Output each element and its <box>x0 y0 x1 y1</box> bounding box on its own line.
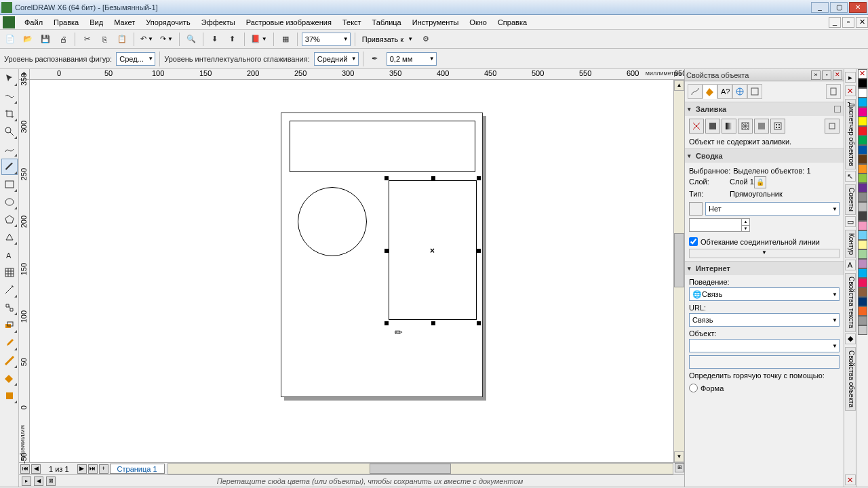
crop-tool[interactable] <box>1 106 18 122</box>
smart-smooth-combo[interactable]: Средний▼ <box>314 52 359 66</box>
color-swatch[interactable] <box>858 145 867 155</box>
color-swatch[interactable] <box>858 221 867 230</box>
internet-tab[interactable] <box>732 84 747 99</box>
interactive-fill-tool[interactable] <box>1 388 18 404</box>
color-swatch[interactable] <box>858 136 867 145</box>
drawn-ellipse[interactable] <box>298 187 367 256</box>
color-swatch[interactable] <box>858 325 867 335</box>
drawn-rectangle-top[interactable] <box>290 121 475 172</box>
cut-button[interactable]: ✂ <box>79 32 94 47</box>
palette-menu-button[interactable]: ▸ <box>22 476 31 486</box>
print-button[interactable]: 🖨 <box>56 32 71 47</box>
outline-width-combo[interactable]: 0,2 мм▼ <box>387 52 437 66</box>
scroll-thumb[interactable] <box>674 233 684 287</box>
vtab-icon-2[interactable]: ▭ <box>845 216 856 227</box>
vtab-icon-4[interactable]: ◆ <box>845 333 856 344</box>
open-button[interactable]: 📂 <box>20 32 35 47</box>
horizontal-scrollbar[interactable] <box>167 463 673 474</box>
frame-tab[interactable] <box>747 84 762 99</box>
menu-arrange[interactable]: Упорядочить <box>140 16 195 28</box>
vertical-ruler[interactable]: миллиметры 350300250200150100500-50 <box>19 80 30 462</box>
selection-handle[interactable] <box>431 176 435 180</box>
menu-text[interactable]: Текст <box>337 16 367 28</box>
fill-section-header[interactable]: ▾Заливка <box>685 102 844 116</box>
new-button[interactable]: 📄 <box>3 32 18 47</box>
pick-tool[interactable] <box>1 70 18 87</box>
color-swatch[interactable] <box>858 268 867 278</box>
menu-window[interactable]: Окно <box>464 16 492 28</box>
vtab-outline[interactable]: Контур <box>845 230 856 258</box>
url-combo[interactable]: Связь▼ <box>689 313 840 327</box>
last-page-button[interactable]: ⏭ <box>88 464 98 474</box>
character-tab[interactable]: A? <box>717 84 732 99</box>
summary-section-header[interactable]: ▾Сводка <box>685 149 844 163</box>
selection-handle[interactable] <box>384 321 389 325</box>
scroll-up-button[interactable]: ▲ <box>674 80 684 91</box>
page-tab[interactable]: Страница 1 <box>110 464 165 474</box>
app-launcher-button[interactable]: ▦ <box>278 32 293 47</box>
navigator-button[interactable]: ⊞ <box>675 463 684 472</box>
pattern-fill-button[interactable] <box>738 119 753 134</box>
first-page-button[interactable]: ⏮ <box>20 464 30 474</box>
color-swatch[interactable] <box>858 211 867 221</box>
color-swatch[interactable] <box>858 126 867 136</box>
drawing-canvas[interactable]: × ✎ <box>30 80 673 462</box>
freehand-tool[interactable] <box>1 141 18 157</box>
eyedropper-tool[interactable] <box>1 335 18 351</box>
behavior-combo[interactable]: 🌐 Связь▼ <box>689 287 840 301</box>
app-logo[interactable] <box>3 16 15 28</box>
lock-scroll-button[interactable] <box>826 84 841 99</box>
menu-view[interactable]: Вид <box>84 16 108 28</box>
docker-close-button[interactable]: ✕ <box>833 70 842 80</box>
doc-minimize-button[interactable]: _ <box>829 17 841 28</box>
horizontal-ruler[interactable]: ✥ -5005010015020025030035040045050055060… <box>19 69 684 80</box>
fountain-fill-button[interactable] <box>722 119 736 134</box>
shape-recog-combo[interactable]: Сред...▼ <box>116 52 155 66</box>
snap-to-dropdown[interactable]: Привязать к▼ <box>359 32 416 47</box>
zoom-level-combo[interactable]: 37%▼ <box>302 33 351 46</box>
color-swatch[interactable] <box>858 88 867 98</box>
hotspot-shape-radio[interactable] <box>689 384 698 392</box>
color-swatch[interactable] <box>858 240 867 249</box>
menu-help[interactable]: Справка <box>492 16 532 28</box>
vtab-object-props[interactable]: Свойства объекта <box>845 347 856 411</box>
color-swatch[interactable] <box>858 306 867 316</box>
color-swatch[interactable] <box>858 183 867 192</box>
next-page-button[interactable]: ▶ <box>77 464 87 474</box>
color-swatch[interactable] <box>858 155 867 164</box>
internet-section-header[interactable]: ▾Интернет <box>685 262 844 275</box>
dimension-tool[interactable] <box>1 282 18 298</box>
color-swatch[interactable] <box>858 117 867 126</box>
undo-button[interactable]: ↶▼ <box>138 32 155 47</box>
connector-tool[interactable] <box>1 300 18 316</box>
right-docker-close-button[interactable]: ✕ <box>845 85 856 96</box>
color-swatch[interactable] <box>858 202 867 211</box>
color-swatch[interactable] <box>858 287 867 297</box>
ellipse-tool[interactable] <box>1 194 18 210</box>
menu-layout[interactable]: Макет <box>108 16 140 28</box>
menu-effects[interactable]: Эффекты <box>196 16 241 28</box>
wrap-style-icon[interactable] <box>689 202 703 216</box>
alt-text-field[interactable] <box>689 355 840 369</box>
fill-options-button[interactable] <box>825 119 840 134</box>
options-button[interactable]: ⚙ <box>418 32 433 47</box>
prev-page-button[interactable]: ◀ <box>31 464 41 474</box>
menu-edit[interactable]: Правка <box>48 16 84 28</box>
wrap-style-combo[interactable]: Нет▼ <box>705 202 840 216</box>
texture-fill-button[interactable] <box>754 119 769 134</box>
menu-tools[interactable]: Инструменты <box>407 16 465 28</box>
smart-drawing-tool[interactable] <box>1 159 18 175</box>
summary-expand-button[interactable]: ▼ <box>689 249 840 258</box>
interactive-tool[interactable] <box>1 317 18 333</box>
uniform-fill-button[interactable] <box>705 119 720 134</box>
doc-close-button[interactable]: ✕ <box>856 17 868 28</box>
vtab-object-manager[interactable]: Диспетчер объектов <box>845 99 856 169</box>
connector-wrap-checkbox[interactable] <box>689 237 698 246</box>
doc-restore-button[interactable]: ▫ <box>842 17 854 28</box>
color-swatch[interactable] <box>858 316 867 325</box>
redo-button[interactable]: ↷▼ <box>158 32 175 47</box>
search-content-button[interactable]: 🔍 <box>184 32 199 47</box>
vtab-scroll-down[interactable]: ✕ <box>845 474 856 485</box>
polygon-tool[interactable] <box>1 211 18 228</box>
selection-handle[interactable] <box>477 176 481 180</box>
